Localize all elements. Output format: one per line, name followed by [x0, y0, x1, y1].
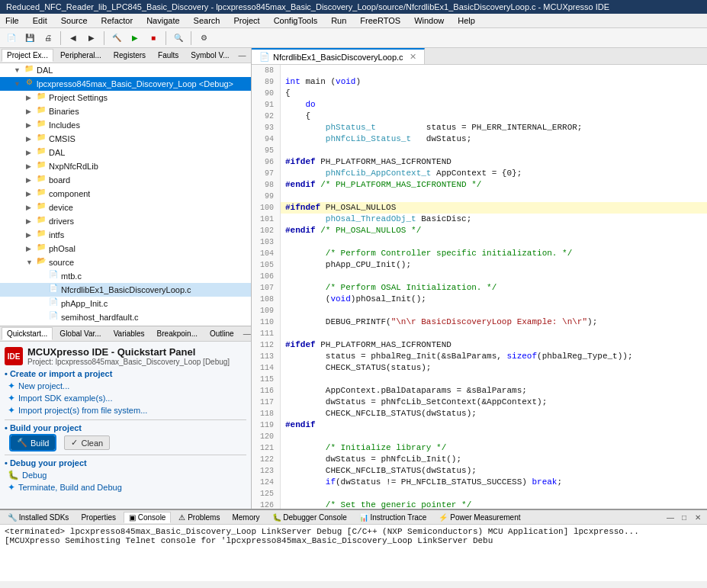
sdk-icon: 🔧	[8, 513, 17, 522]
toolbar-new[interactable]: 📄	[3, 31, 20, 46]
tab-global-var[interactable]: Global Var...	[54, 327, 106, 340]
code-line: 92 {	[252, 111, 707, 122]
debugger-icon: 🐛	[272, 513, 281, 522]
tree-item-binaries[interactable]: ▶ 📁 Binaries	[0, 104, 251, 118]
build-button[interactable]: 🔨 Build	[11, 435, 55, 450]
tab-outline[interactable]: Outline	[204, 327, 239, 340]
menu-item-help[interactable]: Help	[455, 15, 477, 26]
menu-item-freertos[interactable]: FreeRTOS	[358, 15, 403, 26]
tab-debugger-console[interactable]: 🐛 Debugger Console	[268, 512, 352, 522]
tree-item-project-settings[interactable]: ▶ 📁 Project Settings	[0, 91, 251, 104]
menu-item-edit[interactable]: Edit	[31, 15, 50, 26]
toolbar-stop[interactable]: ■	[145, 31, 162, 46]
code-line: 107 /* Perform OSAL Initialization. */	[252, 282, 707, 294]
tab-console[interactable]: ▣ Console	[124, 512, 171, 523]
toolbar-settings[interactable]: ⚙	[195, 31, 212, 46]
tab-quickstart[interactable]: Quickstart...	[2, 327, 53, 340]
toolbar-debug[interactable]: ▶	[127, 31, 143, 46]
code-line: 90 {	[252, 88, 707, 99]
toolbar-back[interactable]: ◀	[65, 31, 82, 46]
close-tab-icon[interactable]: ✕	[410, 52, 416, 62]
tab-peripheral[interactable]: Peripheral...	[55, 49, 107, 62]
tree-item-phapp-init[interactable]: 📄 phApp_Init.c	[0, 297, 251, 310]
code-line: 96 #ifdef PH_PLATFORM_HAS_ICFRONTEND	[252, 156, 707, 168]
tree-item-nxpnfcrdlib[interactable]: ▶ 📁 NxpNfcRdLib	[0, 159, 251, 173]
tab-installed-sdks[interactable]: 🔧 Installed SDKs	[3, 512, 73, 522]
tree-item-phosal[interactable]: ▶ 📁 phOsal	[0, 242, 251, 255]
toolbar-print[interactable]: 🖨	[40, 31, 56, 46]
tree-item-nfcrdlib-file[interactable]: 📄 NfcrdlibEx1_BasicDiscoveryLoop.c	[0, 283, 251, 297]
code-editor[interactable]: 88 89 int main (void) 90 { 91 do 92	[252, 65, 707, 509]
tab-variables[interactable]: Variables	[108, 327, 150, 340]
code-line: 94 phNfcLib_Status_t dwStatus;	[252, 133, 707, 145]
code-line: 110 DEBUG_PRINTF("\n\r BasicDiscoveryLoo…	[252, 316, 707, 328]
toolbar-search[interactable]: 🔍	[170, 31, 187, 46]
menu-item-source[interactable]: Source	[59, 15, 90, 26]
tree-item-cmsis[interactable]: ▶ 📁 CMSIS	[0, 132, 251, 146]
tree-item-dal[interactable]: ▶ 📁 DAL	[0, 146, 251, 159]
tree-item-board[interactable]: ▶ 📁 board	[0, 173, 251, 187]
tree-item-intfs[interactable]: ▶ 📁 intfs	[0, 228, 251, 242]
menu-item-refactor[interactable]: Refactor	[99, 15, 136, 26]
clean-button[interactable]: ✓ Clean	[64, 435, 110, 450]
code-line: 118 CHECK_NFCLIB_STATUS(dwStatus);	[252, 408, 707, 419]
code-line: 105 phApp_CPU_Init();	[252, 259, 707, 271]
tab-registers[interactable]: Registers	[108, 49, 151, 62]
tab-instruction-trace[interactable]: 📊 Instruction Trace	[355, 512, 432, 522]
tree-item-project[interactable]: ▼ ⚙ lpcxpresso845max_Basic_Discovery_Loo…	[0, 77, 251, 91]
clean-icon: ✓	[71, 438, 78, 448]
menu-item-window[interactable]: Window	[412, 15, 446, 26]
qs-terminate-build-debug[interactable]: ✦ Terminate, Build and Debug	[5, 481, 246, 493]
minimize-bottom-btn[interactable]: —	[664, 511, 676, 523]
code-line: 102 #endif /* PH_OSAL_NULLOS */	[252, 225, 707, 236]
c-file-icon: 📄	[47, 284, 59, 296]
close-bottom-btn[interactable]: ✕	[692, 511, 704, 523]
folder-open-icon: 📂	[35, 256, 47, 268]
menu-item-project[interactable]: Project	[231, 15, 262, 26]
tree-item-source[interactable]: ▼ 📂 source	[0, 255, 251, 269]
maximize-bottom-btn[interactable]: □	[678, 511, 690, 523]
file-icon: 📄	[47, 270, 59, 282]
tab-faults[interactable]: Faults	[153, 49, 184, 62]
tab-power-measurement[interactable]: ⚡ Power Measurement	[434, 512, 525, 522]
tree-item-drivers[interactable]: ▶ 📁 drivers	[0, 214, 251, 228]
tree-item-device[interactable]: ▶ 📁 device	[0, 201, 251, 214]
tree-item-includes[interactable]: ▶ 📁 Includes	[0, 118, 251, 132]
tab-memory[interactable]: Memory	[227, 512, 264, 522]
code-line: 115	[252, 374, 707, 385]
code-line: 111	[252, 328, 707, 339]
code-line: 98 #endif /* PH_PLATFORM_HAS_ICFRONTEND …	[252, 179, 707, 191]
qs-new-project[interactable]: ✦ New project...	[5, 380, 246, 392]
tree-item-semihost[interactable]: 📄 semihost_hardfault.c	[0, 310, 251, 324]
minimize-panel-btn[interactable]: —	[236, 50, 249, 62]
qs-import-project[interactable]: ✦ Import project(s) from file system...	[5, 404, 246, 416]
tab-problems[interactable]: ⚠ Problems	[174, 512, 224, 522]
separator-3	[166, 31, 166, 45]
toolbar-save[interactable]: 💾	[21, 31, 38, 46]
tree-item-mtb[interactable]: 📄 mtb.c	[0, 269, 251, 283]
tab-breakpoints[interactable]: Breakpoin...	[152, 327, 203, 340]
menu-item-search[interactable]: Search	[191, 15, 223, 26]
code-line: 116 AppContext.pBalDataparams = &sBalPar…	[252, 385, 707, 397]
editor-tab-nfcrdlib[interactable]: 📄 NfcrdlibEx1_BasicDiscoveryLoop.c ✕	[252, 48, 425, 64]
tab-project-explorer[interactable]: Project Ex...	[2, 49, 53, 62]
qs-debug[interactable]: 🐛 Debug	[5, 469, 246, 481]
qs-import-sdk[interactable]: ✦ Import SDK example(s)...	[5, 392, 246, 404]
file-tab-icon: 📄	[259, 52, 270, 62]
qs-section-create[interactable]: • Create or import a project	[5, 369, 246, 378]
folder-icon: 📁	[23, 64, 35, 76]
editor-tabs: 📄 NfcrdlibEx1_BasicDiscoveryLoop.c ✕	[252, 48, 707, 65]
toolbar-forward[interactable]: ▶	[83, 31, 100, 46]
qs-section-debug[interactable]: • Debug your project	[5, 458, 246, 468]
menu-item-run[interactable]: Run	[329, 15, 349, 26]
code-line: 120	[252, 431, 707, 442]
menu-item-navigate[interactable]: Navigate	[144, 15, 182, 26]
toolbar-build[interactable]: 🔨	[108, 31, 125, 46]
tab-properties[interactable]: Properties	[76, 512, 121, 522]
tab-symbol-v[interactable]: Symbol V...	[185, 49, 234, 62]
qs-section-build[interactable]: • Build your project	[5, 423, 246, 432]
menu-item-configtools[interactable]: ConfigTools	[272, 15, 320, 26]
tree-item-dal-root[interactable]: ▼ 📁 DAL	[0, 63, 251, 77]
tree-item-component[interactable]: ▶ 📁 component	[0, 187, 251, 201]
menu-item-file[interactable]: File	[3, 15, 21, 26]
